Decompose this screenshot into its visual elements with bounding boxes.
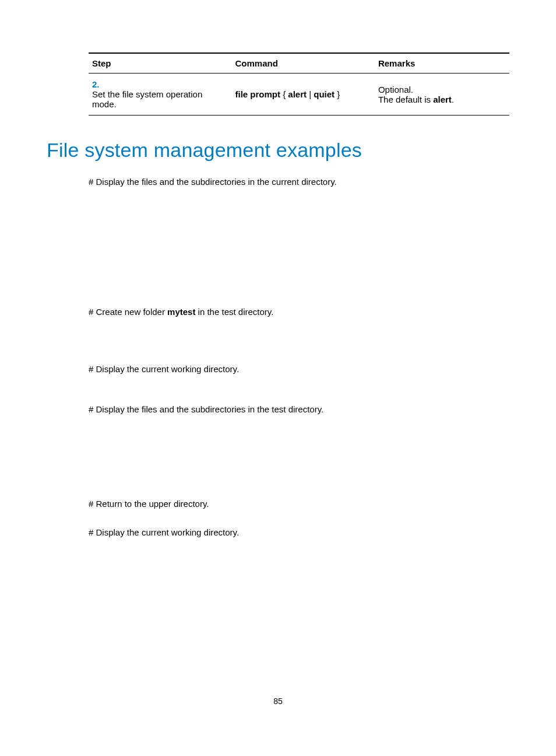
p2-bold: mytest [167,307,195,317]
document-page: Step Command Remarks 2. Set the file sys… [0,0,556,723]
cell-step: 2. Set the file system operation mode. [89,74,231,116]
table-row: 2. Set the file system operation mode. f… [89,74,509,116]
cmd-prefix: file prompt [235,89,280,99]
body-content: # Display the files and the subdirectori… [89,176,509,539]
remark2-pre: The default is [378,94,433,104]
spacer [89,422,509,498]
th-command: Command [231,53,374,74]
step-description: Set the file system operation mode. [92,89,213,109]
cell-remarks: Optional. The default is alert. [375,74,509,116]
th-remarks: Remarks [375,53,509,74]
spacer [89,324,509,363]
brace-close: } [337,89,340,99]
paragraph-5: # Return to the upper directory. [89,498,509,511]
cmd-opt-quiet: quiet [314,89,335,99]
paragraph-2: # Create new folder mytest in the test d… [89,306,509,319]
th-step: Step [89,53,231,74]
brace-open: { [283,89,288,99]
cmd-opt-alert: alert [288,89,307,99]
paragraph-6: # Display the current working directory. [89,526,509,540]
section-heading: File system management examples [47,139,509,162]
remark2-post: . [452,94,454,104]
spacer [89,195,509,306]
p2-pre: # Create new folder [89,307,167,317]
cell-command: file prompt { alert | quiet } [231,74,374,116]
remark-line-2: The default is alert. [378,94,506,104]
command-table: Step Command Remarks 2. Set the file sys… [89,52,509,116]
p2-post: in the test directory. [195,307,273,317]
step-number: 2. [92,79,105,89]
paragraph-3: # Display the current working directory. [89,363,509,376]
page-number: 85 [47,696,509,723]
spacer [89,517,509,526]
paragraph-1: # Display the files and the subdirectori… [89,176,509,189]
remark-line-1: Optional. [378,85,506,94]
table-header-row: Step Command Remarks [89,53,509,74]
spacer [89,382,509,403]
remark2-bold: alert [433,94,452,104]
paragraph-4: # Display the files and the subdirectori… [89,403,509,416]
